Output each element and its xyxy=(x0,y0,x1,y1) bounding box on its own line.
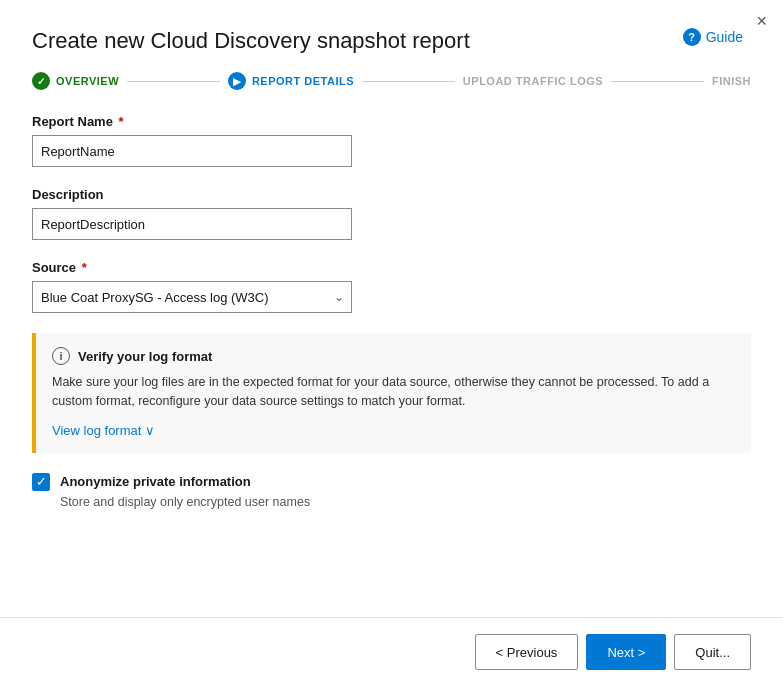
step-line-3 xyxy=(611,81,704,82)
anonymize-checkbox[interactable]: ✓ xyxy=(32,473,50,491)
step-overview-label: OVERVIEW xyxy=(56,75,119,87)
view-log-chevron-icon: ∨ xyxy=(145,423,155,438)
anonymize-label: Anonymize private information xyxy=(60,474,251,489)
step-line-2 xyxy=(362,81,455,82)
guide-link[interactable]: ? Guide xyxy=(683,28,743,46)
checkbox-check-icon: ✓ xyxy=(36,475,47,488)
anonymize-row: ✓ Anonymize private information xyxy=(32,473,751,491)
previous-button[interactable]: < Previous xyxy=(475,634,579,670)
description-group: Description xyxy=(32,187,751,240)
guide-label: Guide xyxy=(706,29,743,45)
view-log-format-link[interactable]: View log format ∨ xyxy=(52,423,155,438)
create-snapshot-dialog: × Create new Cloud Discovery snapshot re… xyxy=(0,0,783,686)
close-button[interactable]: × xyxy=(756,12,767,30)
info-box-title: Verify your log format xyxy=(78,349,212,364)
step-overview-icon: ✓ xyxy=(32,72,50,90)
quit-button[interactable]: Quit... xyxy=(674,634,751,670)
step-overview: ✓ OVERVIEW xyxy=(32,72,119,90)
dialog-title: Create new Cloud Discovery snapshot repo… xyxy=(32,28,751,54)
dialog-header: Create new Cloud Discovery snapshot repo… xyxy=(0,0,783,54)
source-group: Source * Blue Coat ProxySG - Access log … xyxy=(32,260,751,313)
anonymize-sub-label: Store and display only encrypted user na… xyxy=(60,495,751,509)
description-input[interactable] xyxy=(32,208,352,240)
step-line-1 xyxy=(127,81,220,82)
report-name-label: Report Name * xyxy=(32,114,751,129)
step-upload-logs-label: UPLOAD TRAFFIC LOGS xyxy=(463,75,603,87)
step-report-details: ▶ REPORT DETAILS xyxy=(228,72,354,90)
info-box: i Verify your log format Make sure your … xyxy=(32,333,751,453)
source-label: Source * xyxy=(32,260,751,275)
step-finish: FINISH xyxy=(712,75,751,87)
next-button[interactable]: Next > xyxy=(586,634,666,670)
stepper: ✓ OVERVIEW ▶ REPORT DETAILS UPLOAD TRAFF… xyxy=(0,54,783,90)
step-upload-logs: UPLOAD TRAFFIC LOGS xyxy=(463,75,603,87)
required-star-name: * xyxy=(115,114,124,129)
source-select[interactable]: Blue Coat ProxySG - Access log (W3C) Cis… xyxy=(32,281,352,313)
step-report-details-label: REPORT DETAILS xyxy=(252,75,354,87)
view-log-label: View log format xyxy=(52,423,141,438)
anonymize-section: ✓ Anonymize private information Store an… xyxy=(32,473,751,509)
report-name-input[interactable] xyxy=(32,135,352,167)
step-finish-label: FINISH xyxy=(712,75,751,87)
report-name-group: Report Name * xyxy=(32,114,751,167)
info-box-header: i Verify your log format xyxy=(52,347,735,365)
description-label: Description xyxy=(32,187,751,202)
dialog-footer: < Previous Next > Quit... xyxy=(0,617,783,686)
info-icon: i xyxy=(52,347,70,365)
step-report-details-icon: ▶ xyxy=(228,72,246,90)
info-box-text: Make sure your log files are in the expe… xyxy=(52,373,735,411)
source-select-wrapper: Blue Coat ProxySG - Access log (W3C) Cis… xyxy=(32,281,352,313)
required-star-source: * xyxy=(78,260,87,275)
dialog-content: Report Name * Description Source * Blue … xyxy=(0,90,783,617)
guide-icon: ? xyxy=(683,28,701,46)
